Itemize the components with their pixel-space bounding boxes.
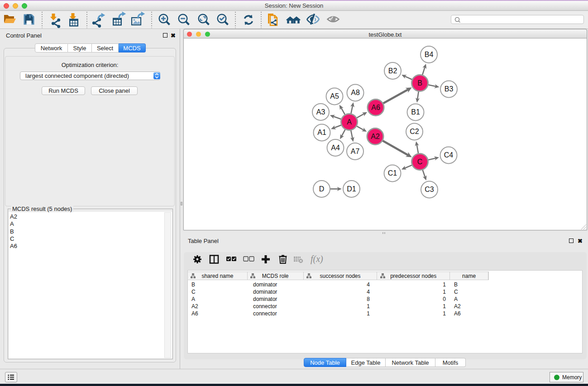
svg-text:C3: C3 <box>425 186 434 193</box>
svg-text:B4: B4 <box>425 51 434 58</box>
svg-text:B1: B1 <box>411 108 420 116</box>
svg-text:B: B <box>417 79 422 87</box>
svg-text:C2: C2 <box>410 128 419 135</box>
svg-text:B3: B3 <box>445 85 454 93</box>
svg-text:C4: C4 <box>444 151 454 159</box>
svg-text:C: C <box>417 158 423 166</box>
